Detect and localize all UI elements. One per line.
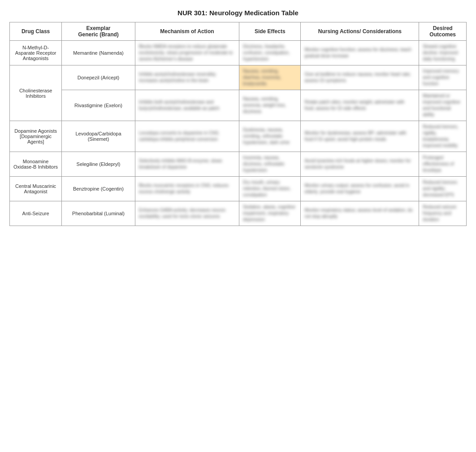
drug-name-cell: Rivastigmine (Exelon) (62, 90, 135, 121)
mechanism-cell: Blocks muscarinic receptors in CNS; redu… (135, 177, 239, 201)
drug-class-cell: Central Muscarinic Antagonist (10, 177, 62, 201)
drug-name-cell: Levodopa/Carbidopa (Sinemet) (62, 121, 135, 152)
drug-name-cell: Donepezil (Aricept) (62, 65, 135, 90)
side-effects-cell: Nausea, vomiting, anorexia, weight loss,… (239, 90, 301, 121)
table-row: Central Muscarinic AntagonistBenztropine… (10, 177, 467, 201)
mechanism-cell: Inhibits both acetylcholinesterase and b… (135, 90, 239, 121)
drug-class-cell: Monoamine Oxidase-B Inhibitors (10, 152, 62, 177)
table-row: Monoamine Oxidase-B InhibitorsSelegiline… (10, 152, 467, 177)
drug-class-cell: N-Methyl-D-Asparate Receptor Antagonists (10, 41, 62, 65)
side-effects-cell: Nausea, vomiting, diarrhea, insomnia, br… (239, 65, 301, 90)
drug-class-cell: Dopamine Agonists [Dopaminergic Agents] (10, 121, 62, 152)
header-drug-class: Drug Class (10, 22, 62, 41)
side-effects-cell: Dyskinesia, nausea, vomiting, orthostati… (239, 121, 301, 152)
table-row: Dopamine Agonists [Dopaminergic Agents]L… (10, 121, 467, 152)
outcomes-cell: Reduced tremors, rigidity, bradykinesia;… (419, 121, 467, 152)
header-exemplar: ExemplarGeneric (Brand) (62, 22, 135, 41)
nursing-cell: Monitor for dyskinesias; assess BP; admi… (301, 121, 419, 152)
table-row: Cholinesterase InhibitorsDonepezil (Aric… (10, 65, 467, 90)
table-row: Anti-SeizurePhenobarbital (Luminal)Enhan… (10, 201, 467, 226)
header-outcomes: Desired Outcomes (419, 22, 467, 41)
mechanism-cell: Levodopa converts to dopamine in CNS; ca… (135, 121, 239, 152)
outcomes-cell: Slowed cognitive decline; improved daily… (419, 41, 467, 65)
outcomes-cell: Maintained or improved cognitive and fun… (419, 90, 467, 121)
nursing-cell: Monitor urinary output; assess for confu… (301, 177, 419, 201)
side-effects-cell: Insomnia, nausea, dizziness, orthostatic… (239, 152, 301, 177)
header-mechanism: Mechanism of Action (135, 22, 239, 41)
side-effects-cell: Sedation, ataxia, cognitive impairment, … (239, 201, 301, 226)
nursing-cell: Rotate patch sites; monitor weight; admi… (301, 90, 419, 121)
side-effects-cell: Dizziness, headache, confusion, constipa… (239, 41, 301, 65)
nursing-cell: Avoid tyramine-rich foods at higher dose… (301, 152, 419, 177)
drug-name-cell: Phenobarbital (Luminal) (62, 201, 135, 226)
medication-table: Drug Class ExemplarGeneric (Brand) Mecha… (9, 22, 467, 226)
outcomes-cell: Reduced seizure frequency and duration (419, 201, 467, 226)
mechanism-cell: Selectively inhibits MAO-B enzyme; slows… (135, 152, 239, 177)
drug-class-cell: Cholinesterase Inhibitors (10, 65, 62, 121)
nursing-cell: Give at bedtime to reduce nausea; monito… (301, 65, 419, 90)
outcomes-cell: Prolonged effectiveness of levodopa (419, 152, 467, 177)
outcomes-cell: Reduced tremors and rigidity; decreased … (419, 177, 467, 201)
nursing-cell: Monitor respiratory status; assess level… (301, 201, 419, 226)
outcomes-cell: Improved memory and cognitive function (419, 65, 467, 90)
header-side-effects: Side Effects (239, 22, 301, 41)
table-row: Rivastigmine (Exelon)Inhibits both acety… (10, 90, 467, 121)
header-nursing: Nursing Actions/ Considerations (301, 22, 419, 41)
drug-class-cell: Anti-Seizure (10, 201, 62, 226)
drug-name-cell: Memantine (Namenda) (62, 41, 135, 65)
page-title: NUR 301: Neurology Medication Table (9, 9, 467, 17)
drug-name-cell: Benztropine (Cogentin) (62, 177, 135, 201)
side-effects-cell: Dry mouth, urinary retention, blurred vi… (239, 177, 301, 201)
drug-name-cell: Selegiline (Eldepryl) (62, 152, 135, 177)
mechanism-cell: Inhibits acetylcholinesterase reversibly… (135, 65, 239, 90)
nursing-cell: Monitor cognitive function; assess for d… (301, 41, 419, 65)
table-row: N-Methyl-D-Asparate Receptor Antagonists… (10, 41, 467, 65)
mechanism-cell: Enhances GABA activity; decreases neuron… (135, 201, 239, 226)
mechanism-cell: Blocks NMDA receptors to reduce glutamat… (135, 41, 239, 65)
